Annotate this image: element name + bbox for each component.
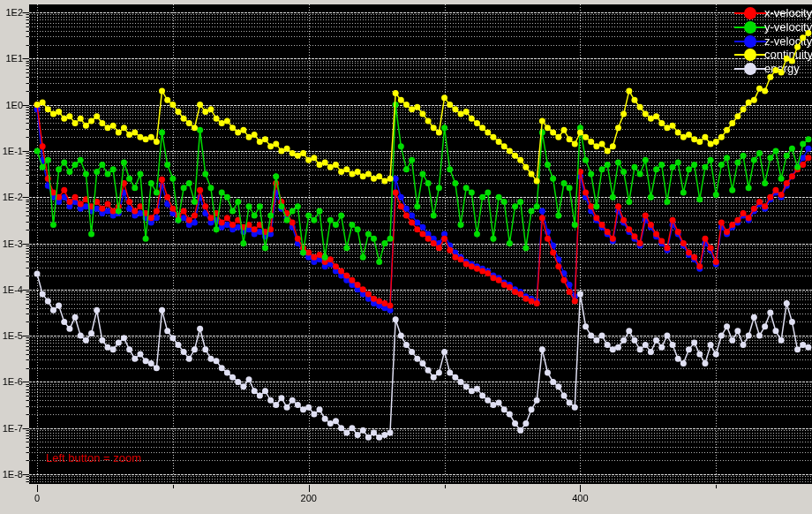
legend-marker-circle-icon [744,7,756,19]
zoom-hint-annotation: Left button = zoom [46,451,141,465]
legend-label: energy [764,62,800,75]
legend-entry-y-velocity[interactable]: y-velocity [734,20,812,34]
legend-marker-circle-icon [744,63,756,75]
legend-entry-continuity[interactable]: continuity [734,48,812,62]
legend-marker-circle-icon [744,21,756,34]
plot-overlay-layer: x-velocityy-velocityz-velocitycontinuity… [0,0,812,514]
residuals-plot-window: x-velocityy-velocityz-velocitycontinuity… [0,0,812,514]
legend-label: x-velocity [764,6,812,19]
legend-entry-z-velocity[interactable]: z-velocity [734,34,812,49]
legend-label: z-velocity [764,34,812,48]
legend-marker-circle-icon [744,35,756,48]
legend-label: y-velocity [764,20,812,34]
legend-marker-circle-icon [744,49,756,61]
legend-entry-energy[interactable]: energy [734,62,812,76]
legend-label: continuity [764,48,812,61]
legend-entry-x-velocity[interactable]: x-velocity [734,6,812,20]
